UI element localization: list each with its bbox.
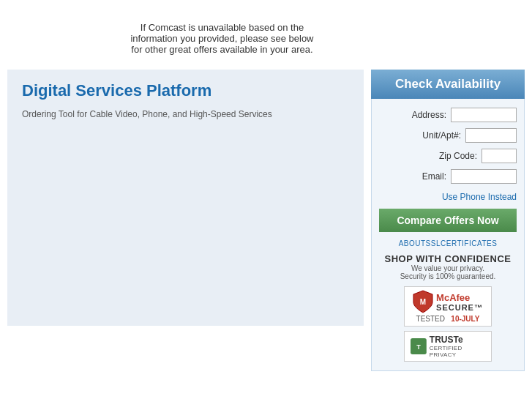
shop-confidence: SHOP WITH CONFIDENCE We value your priva… [379, 253, 517, 280]
mcafee-text: McAfee SECURE™ [436, 292, 483, 312]
page-title: Digital Services Platform [22, 81, 349, 100]
mcafee-shield-icon: M [413, 290, 433, 313]
right-panel: Check Availability Address: Unit/Apt#: Z… [371, 70, 525, 371]
unit-input[interactable] [465, 128, 517, 143]
form-area: Address: Unit/Apt#: Zip Code: Email: Use… [371, 99, 525, 371]
email-row: Email: [379, 169, 517, 184]
mcafee-top: M McAfee SECURE™ [413, 290, 483, 313]
check-availability-header: Check Availability [371, 70, 525, 99]
top-message: If Comcast is unavailable based on the i… [73, 0, 371, 70]
phone-link-container: Use Phone Instead [379, 190, 517, 203]
address-row: Address: [379, 108, 517, 122]
zip-row: Zip Code: [379, 149, 517, 163]
mcafee-brand: McAfee [436, 292, 483, 303]
compare-offers-button[interactable]: Compare Offers Now [379, 209, 517, 232]
truste-text: TRUSTe [430, 335, 485, 345]
truste-sub: CERTIFIED PRIVACY [430, 345, 485, 358]
mcafee-bottom: TESTED 10-JULY [416, 315, 480, 323]
email-input[interactable] [451, 169, 517, 184]
truste-text-block: TRUSTe CERTIFIED PRIVACY [430, 335, 485, 358]
zip-label: Zip Code: [439, 151, 477, 161]
use-phone-link[interactable]: Use Phone Instead [442, 192, 517, 202]
mcafee-badge[interactable]: M McAfee SECURE™ TESTED 10-JULY [404, 286, 492, 327]
address-input[interactable] [451, 108, 517, 122]
shop-confidence-title: SHOP WITH CONFIDENCE [379, 253, 517, 264]
shop-confidence-line1: We value your privacy. [379, 264, 517, 272]
truste-badge[interactable]: T TRUSTe CERTIFIED PRIVACY [404, 331, 492, 362]
shop-confidence-line2: Security is 100% guaranteed. [379, 272, 517, 280]
svg-text:M: M [420, 298, 426, 306]
unit-label: Unit/Apt#: [422, 130, 461, 141]
mcafee-secure: SECURE™ [436, 303, 483, 312]
badges-area: M McAfee SECURE™ TESTED 10-JULY [379, 286, 517, 362]
truste-icon: T [411, 338, 427, 355]
address-label: Address: [412, 110, 446, 120]
mcafee-date: 10-JULY [451, 315, 479, 323]
mcafee-tested-label: TESTED [416, 315, 445, 323]
email-label: Email: [422, 171, 446, 182]
svg-text:T: T [416, 343, 421, 351]
left-panel: Digital Services Platform Ordering Tool … [7, 70, 364, 326]
page-subtitle: Ordering Tool for Cable Video, Phone, an… [22, 109, 349, 119]
zip-input[interactable] [482, 149, 517, 163]
unit-row: Unit/Apt#: [379, 128, 517, 143]
ssl-link[interactable]: ABOUTSSLCERTIFICATES [379, 239, 517, 247]
